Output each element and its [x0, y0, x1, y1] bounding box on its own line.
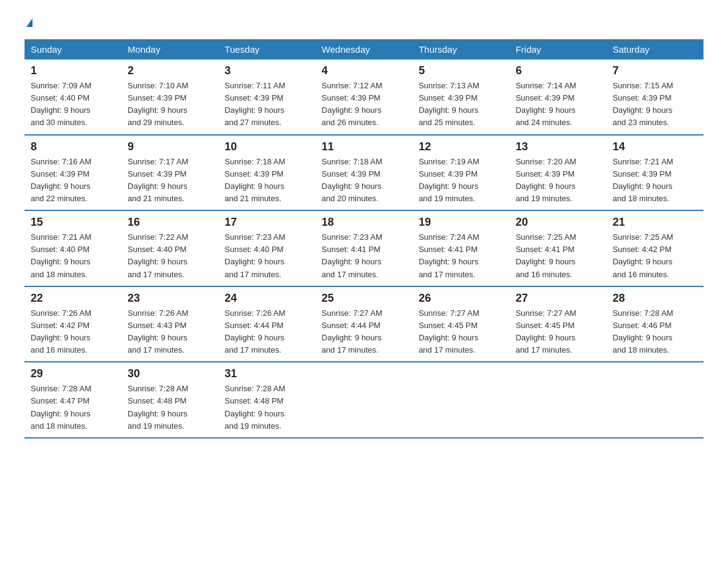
day-number: 20: [515, 216, 600, 229]
day-number: 7: [613, 64, 697, 77]
day-number: 14: [613, 140, 697, 153]
week-row-2: 8 Sunrise: 7:16 AM Sunset: 4:39 PM Dayli…: [25, 135, 703, 211]
page-header: [25, 18, 703, 27]
calendar-cell: 30 Sunrise: 7:28 AM Sunset: 4:48 PM Dayl…: [121, 362, 218, 438]
day-info: Sunrise: 7:26 AM Sunset: 4:43 PM Dayligh…: [127, 307, 212, 357]
day-number: 13: [515, 140, 600, 153]
calendar-cell: [509, 362, 606, 438]
day-number: 21: [613, 216, 697, 229]
calendar-cell: 20 Sunrise: 7:25 AM Sunset: 4:41 PM Dayl…: [509, 210, 606, 286]
day-number: 16: [127, 216, 212, 229]
day-info: Sunrise: 7:11 AM Sunset: 4:39 PM Dayligh…: [225, 80, 309, 129]
header-wednesday: Wednesday: [316, 39, 412, 59]
calendar-cell: 14 Sunrise: 7:21 AM Sunset: 4:39 PM Dayl…: [607, 135, 703, 211]
day-info: Sunrise: 7:18 AM Sunset: 4:39 PM Dayligh…: [322, 156, 406, 205]
day-number: 31: [225, 367, 309, 380]
day-number: 10: [225, 140, 309, 153]
week-row-3: 15 Sunrise: 7:21 AM Sunset: 4:40 PM Dayl…: [25, 210, 703, 286]
header-tuesday: Tuesday: [219, 39, 316, 59]
day-info: Sunrise: 7:20 AM Sunset: 4:39 PM Dayligh…: [515, 156, 600, 205]
day-number: 3: [225, 64, 309, 77]
day-info: Sunrise: 7:25 AM Sunset: 4:41 PM Dayligh…: [515, 231, 600, 281]
day-number: 27: [515, 292, 600, 305]
day-number: 18: [322, 216, 406, 229]
day-info: Sunrise: 7:09 AM Sunset: 4:40 PM Dayligh…: [31, 80, 115, 129]
calendar-cell: 17 Sunrise: 7:23 AM Sunset: 4:40 PM Dayl…: [219, 210, 316, 286]
day-number: 2: [127, 64, 212, 77]
day-info: Sunrise: 7:23 AM Sunset: 4:40 PM Dayligh…: [225, 231, 309, 281]
calendar-cell: 26 Sunrise: 7:27 AM Sunset: 4:45 PM Dayl…: [412, 286, 509, 362]
day-number: 4: [322, 64, 406, 77]
day-info: Sunrise: 7:27 AM Sunset: 4:45 PM Dayligh…: [419, 307, 503, 357]
calendar-cell: 9 Sunrise: 7:17 AM Sunset: 4:39 PM Dayli…: [121, 135, 218, 211]
day-info: Sunrise: 7:13 AM Sunset: 4:39 PM Dayligh…: [419, 80, 503, 129]
header-thursday: Thursday: [412, 39, 509, 59]
calendar-cell: 8 Sunrise: 7:16 AM Sunset: 4:39 PM Dayli…: [25, 135, 121, 211]
header-saturday: Saturday: [607, 39, 703, 59]
day-info: Sunrise: 7:26 AM Sunset: 4:42 PM Dayligh…: [31, 307, 115, 357]
calendar-cell: 23 Sunrise: 7:26 AM Sunset: 4:43 PM Dayl…: [121, 286, 218, 362]
calendar-cell: 31 Sunrise: 7:28 AM Sunset: 4:48 PM Dayl…: [219, 362, 316, 438]
day-info: Sunrise: 7:16 AM Sunset: 4:39 PM Dayligh…: [31, 156, 115, 205]
day-number: 5: [419, 64, 503, 77]
day-info: Sunrise: 7:23 AM Sunset: 4:41 PM Dayligh…: [322, 231, 406, 281]
day-info: Sunrise: 7:22 AM Sunset: 4:40 PM Dayligh…: [127, 231, 212, 281]
day-number: 11: [322, 140, 406, 153]
day-info: Sunrise: 7:27 AM Sunset: 4:44 PM Dayligh…: [322, 307, 406, 357]
logo-triangle-icon: [26, 18, 32, 27]
calendar-cell: 18 Sunrise: 7:23 AM Sunset: 4:41 PM Dayl…: [316, 210, 412, 286]
day-number: 22: [31, 292, 115, 305]
calendar-cell: [316, 362, 412, 438]
day-info: Sunrise: 7:14 AM Sunset: 4:39 PM Dayligh…: [515, 80, 600, 129]
calendar-cell: 12 Sunrise: 7:19 AM Sunset: 4:39 PM Dayl…: [412, 135, 509, 211]
calendar-cell: 13 Sunrise: 7:20 AM Sunset: 4:39 PM Dayl…: [509, 135, 606, 211]
calendar-cell: 22 Sunrise: 7:26 AM Sunset: 4:42 PM Dayl…: [25, 286, 121, 362]
week-row-5: 29 Sunrise: 7:28 AM Sunset: 4:47 PM Dayl…: [25, 362, 703, 438]
day-info: Sunrise: 7:15 AM Sunset: 4:39 PM Dayligh…: [613, 80, 697, 129]
day-number: 12: [419, 140, 503, 153]
calendar-cell: 29 Sunrise: 7:28 AM Sunset: 4:47 PM Dayl…: [25, 362, 121, 438]
day-number: 23: [127, 292, 212, 305]
calendar-cell: 3 Sunrise: 7:11 AM Sunset: 4:39 PM Dayli…: [219, 59, 316, 135]
day-number: 29: [31, 367, 115, 380]
calendar-header-row: SundayMondayTuesdayWednesdayThursdayFrid…: [25, 39, 703, 59]
day-info: Sunrise: 7:28 AM Sunset: 4:48 PM Dayligh…: [225, 383, 309, 432]
calendar-cell: 28 Sunrise: 7:28 AM Sunset: 4:46 PM Dayl…: [607, 286, 703, 362]
calendar-cell: 11 Sunrise: 7:18 AM Sunset: 4:39 PM Dayl…: [316, 135, 412, 211]
day-info: Sunrise: 7:24 AM Sunset: 4:41 PM Dayligh…: [419, 231, 503, 281]
day-info: Sunrise: 7:28 AM Sunset: 4:48 PM Dayligh…: [127, 383, 212, 432]
day-info: Sunrise: 7:28 AM Sunset: 4:47 PM Dayligh…: [31, 383, 115, 432]
calendar-cell: 4 Sunrise: 7:12 AM Sunset: 4:39 PM Dayli…: [316, 59, 412, 135]
calendar-cell: [412, 362, 509, 438]
day-number: 6: [515, 64, 600, 77]
calendar-table: SundayMondayTuesdayWednesdayThursdayFrid…: [25, 39, 703, 439]
calendar-cell: [607, 362, 703, 438]
day-info: Sunrise: 7:27 AM Sunset: 4:45 PM Dayligh…: [515, 307, 600, 357]
calendar-cell: 16 Sunrise: 7:22 AM Sunset: 4:40 PM Dayl…: [121, 210, 218, 286]
day-number: 24: [225, 292, 309, 305]
day-number: 8: [31, 140, 115, 153]
day-info: Sunrise: 7:25 AM Sunset: 4:42 PM Dayligh…: [613, 231, 697, 281]
day-number: 26: [419, 292, 503, 305]
calendar-cell: 5 Sunrise: 7:13 AM Sunset: 4:39 PM Dayli…: [412, 59, 509, 135]
day-info: Sunrise: 7:26 AM Sunset: 4:44 PM Dayligh…: [225, 307, 309, 357]
day-info: Sunrise: 7:28 AM Sunset: 4:46 PM Dayligh…: [613, 307, 697, 357]
calendar-cell: 21 Sunrise: 7:25 AM Sunset: 4:42 PM Dayl…: [607, 210, 703, 286]
header-sunday: Sunday: [25, 39, 121, 59]
day-number: 9: [127, 140, 212, 153]
day-number: 25: [322, 292, 406, 305]
calendar-cell: 1 Sunrise: 7:09 AM Sunset: 4:40 PM Dayli…: [25, 59, 121, 135]
day-number: 28: [613, 292, 697, 305]
calendar-cell: 6 Sunrise: 7:14 AM Sunset: 4:39 PM Dayli…: [509, 59, 606, 135]
day-number: 17: [225, 216, 309, 229]
header-friday: Friday: [509, 39, 606, 59]
calendar-cell: 27 Sunrise: 7:27 AM Sunset: 4:45 PM Dayl…: [509, 286, 606, 362]
day-info: Sunrise: 7:18 AM Sunset: 4:39 PM Dayligh…: [225, 156, 309, 205]
week-row-1: 1 Sunrise: 7:09 AM Sunset: 4:40 PM Dayli…: [25, 59, 703, 135]
header-monday: Monday: [121, 39, 218, 59]
calendar-cell: 19 Sunrise: 7:24 AM Sunset: 4:41 PM Dayl…: [412, 210, 509, 286]
day-number: 15: [31, 216, 115, 229]
calendar-cell: 7 Sunrise: 7:15 AM Sunset: 4:39 PM Dayli…: [607, 59, 703, 135]
calendar-cell: 25 Sunrise: 7:27 AM Sunset: 4:44 PM Dayl…: [316, 286, 412, 362]
day-number: 19: [419, 216, 503, 229]
